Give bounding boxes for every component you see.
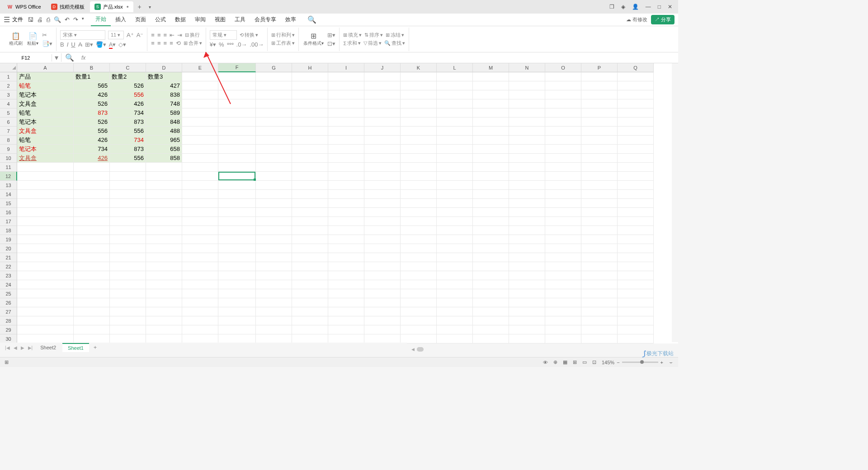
zoom-out-icon[interactable]: − — [617, 360, 619, 365]
decrease-decimal-icon[interactable]: .00→ — [250, 41, 264, 48]
column-header[interactable]: B — [74, 63, 110, 72]
wrap-text-button[interactable]: ⊟ 换行 — [185, 32, 200, 38]
number-format-selector[interactable]: 常规 ▾ — [210, 30, 237, 40]
align-top-icon[interactable]: ≡ — [151, 32, 155, 38]
table-style-icon[interactable]: ⊞▾ — [327, 32, 335, 38]
italic-icon[interactable]: I — [67, 41, 69, 48]
name-box[interactable]: F12 — [0, 54, 52, 61]
row-header[interactable]: 24 — [0, 280, 17, 289]
maximize-icon[interactable]: □ — [658, 4, 661, 10]
sort-button[interactable]: ⇅ 排序▾ — [364, 32, 383, 38]
indent-decrease-icon[interactable]: ⇤ — [170, 32, 175, 38]
align-middle-icon[interactable]: ≡ — [157, 32, 161, 38]
view-normal-icon[interactable]: ▦ — [563, 359, 567, 365]
horizontal-scrollbar[interactable]: ◀ — [411, 346, 678, 352]
align-right-icon[interactable]: ≡ — [164, 40, 167, 47]
zoom-control[interactable]: 145% − + — [602, 360, 663, 365]
row-header[interactable]: 29 — [0, 325, 17, 334]
fill-button[interactable]: ⊞ 填充▾ — [343, 32, 362, 38]
row-header[interactable]: 8 — [0, 136, 17, 145]
row-header[interactable]: 19 — [0, 235, 17, 244]
comma-icon[interactable]: ᵒᵒᵒ — [227, 41, 234, 48]
redo-icon[interactable]: ↷ — [73, 16, 78, 23]
zoom-formula-icon[interactable]: 🔍 — [61, 53, 78, 62]
zoom-slider[interactable] — [622, 362, 658, 363]
row-header[interactable]: 4 — [0, 99, 17, 108]
data-cell[interactable]: 427 — [146, 81, 182, 90]
undo-icon[interactable]: ↶ — [65, 16, 70, 23]
column-header[interactable]: D — [146, 63, 182, 72]
share-button[interactable]: ↗ 分享 — [651, 15, 675, 24]
freeze-button[interactable]: ⊞ 冻结▾ — [386, 32, 404, 38]
convert-button[interactable]: ⟲ 转换▾ — [240, 32, 258, 38]
font-color-icon[interactable]: A▾ — [109, 41, 116, 48]
user-icon[interactable]: 👤 — [632, 4, 639, 10]
merge-button[interactable]: ⊞ 合并▾ — [184, 40, 202, 47]
worksheet-button[interactable]: ⊞ 工作表▾ — [271, 40, 295, 47]
data-cell[interactable]: 426 — [74, 154, 110, 163]
menu-tools[interactable]: 工具 — [230, 14, 250, 26]
row-header[interactable]: 17 — [0, 217, 17, 226]
bold-icon[interactable]: B — [60, 41, 64, 48]
minimize-icon[interactable]: — — [646, 4, 651, 10]
add-sheet-button[interactable]: + — [90, 343, 100, 352]
data-cell[interactable]: 文具盒 — [17, 154, 74, 163]
data-cell[interactable]: 笔记本 — [17, 90, 74, 99]
paste-button[interactable]: 📄粘贴▾ — [26, 31, 39, 47]
row-header[interactable]: 25 — [0, 289, 17, 298]
column-header[interactable]: O — [545, 63, 581, 72]
menu-efficiency[interactable]: 效率 — [281, 14, 301, 26]
close-icon[interactable]: ✕ — [668, 4, 672, 10]
data-cell[interactable]: 556 — [110, 127, 146, 136]
new-tab-button[interactable]: + — [134, 1, 145, 12]
cell-style-icon[interactable]: ⊡▾ — [327, 40, 335, 47]
sheet-tab-active[interactable]: Sheet1 — [62, 343, 89, 352]
rowcol-button[interactable]: ⊞ 行和列▾ — [271, 32, 295, 38]
format-painter-button[interactable]: 📋格式刷 — [8, 31, 24, 47]
increase-font-icon[interactable]: A⁺ — [127, 32, 134, 38]
sheet-tab[interactable]: Sheet2 — [35, 343, 61, 352]
vertical-scrollbar[interactable] — [672, 63, 678, 342]
data-cell[interactable]: 526 — [110, 81, 146, 90]
data-cell[interactable]: 笔记本 — [17, 118, 74, 127]
row-header[interactable]: 13 — [0, 181, 17, 190]
decrease-font-icon[interactable]: A⁻ — [137, 32, 144, 38]
header-cell[interactable]: 数量1 — [74, 72, 110, 81]
menu-member[interactable]: 会员专享 — [250, 14, 281, 26]
data-cell[interactable]: 858 — [146, 154, 182, 163]
menu-start[interactable]: 开始 — [91, 13, 111, 26]
find-button[interactable]: 🔍 查找▾ — [384, 40, 405, 47]
cloud-status[interactable]: ☁有修改 — [626, 16, 647, 23]
view-custom-icon[interactable]: ⊡ — [592, 359, 596, 365]
sidebar-toggle-icon[interactable]: ⫟ — [669, 360, 674, 365]
header-cell[interactable]: 数量3 — [146, 72, 182, 81]
data-cell[interactable]: 526 — [74, 99, 110, 108]
column-header[interactable]: C — [110, 63, 146, 72]
menu-view[interactable]: 视图 — [210, 14, 230, 26]
menu-insert[interactable]: 插入 — [111, 14, 131, 26]
menu-file[interactable]: 文件 — [12, 16, 23, 24]
row-header[interactable]: 16 — [0, 208, 17, 217]
row-header[interactable]: 11 — [0, 163, 17, 172]
column-header[interactable]: E — [182, 63, 218, 72]
sheet-nav-prev-icon[interactable]: ◀ — [12, 345, 19, 350]
tab-app[interactable]: W WPS Office — [2, 2, 46, 12]
tab-menu-button[interactable]: ▾ — [145, 3, 155, 11]
highlight-icon[interactable]: ◇▾ — [118, 41, 126, 48]
data-cell[interactable]: 734 — [74, 145, 110, 154]
orientation-icon[interactable]: ⟲ — [176, 40, 181, 47]
namebox-dropdown-icon[interactable]: ▾ — [52, 53, 61, 62]
data-cell[interactable]: 848 — [146, 118, 182, 127]
save-icon[interactable]: 🖫 — [28, 16, 33, 23]
font-selector[interactable]: 宋体 ▾ — [60, 30, 105, 40]
row-header[interactable]: 6 — [0, 118, 17, 127]
tab-file[interactable]: S 产品.xlsx • — [90, 1, 133, 12]
header-cell[interactable]: 数量2 — [110, 72, 146, 81]
formula-input[interactable] — [89, 57, 678, 59]
data-cell[interactable]: 556 — [110, 154, 146, 163]
row-header[interactable]: 18 — [0, 226, 17, 235]
strikethrough-icon[interactable]: A̶ — [78, 41, 82, 48]
data-cell[interactable]: 488 — [146, 127, 182, 136]
column-header[interactable]: H — [292, 63, 328, 72]
column-header[interactable]: M — [473, 63, 509, 72]
